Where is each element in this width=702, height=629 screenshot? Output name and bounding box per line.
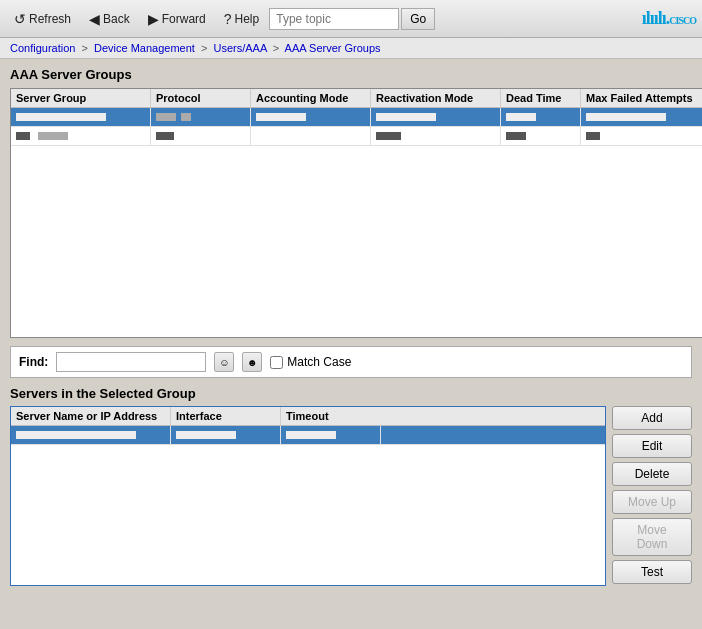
table-row[interactable] xyxy=(11,426,605,445)
cell-server-name xyxy=(11,426,171,444)
find-input[interactable] xyxy=(56,352,206,372)
col-server-name: Server Name or IP Address xyxy=(11,407,171,425)
servers-test-button[interactable]: Test xyxy=(612,560,692,584)
breadcrumb-device-mgmt[interactable]: Device Management xyxy=(94,42,195,54)
breadcrumb-current: AAA Server Groups xyxy=(285,42,381,54)
cell-server-group xyxy=(11,108,151,126)
cell-interface xyxy=(171,426,281,444)
breadcrumb-config[interactable]: Configuration xyxy=(10,42,75,54)
aaa-table-body xyxy=(11,108,702,146)
help-button[interactable]: ? Help xyxy=(216,8,267,30)
forward-icon: ▶ xyxy=(148,11,159,27)
col-interface: Interface xyxy=(171,407,281,425)
find-prev-button[interactable]: ☺ xyxy=(214,352,234,372)
breadcrumb-users-aaa[interactable]: Users/AAA xyxy=(213,42,266,54)
col-max-failed: Max Failed Attempts xyxy=(581,89,702,107)
col-dead-time: Dead Time xyxy=(501,89,581,107)
cell-dead-time xyxy=(501,108,581,126)
match-case-checkbox[interactable] xyxy=(270,356,283,369)
cell-reactivation-mode xyxy=(371,108,501,126)
cell-accounting-mode-2 xyxy=(251,127,371,145)
col-reactivation-mode: Reactivation Mode xyxy=(371,89,501,107)
servers-table-body xyxy=(11,426,605,445)
aaa-table-header: Server Group Protocol Accounting Mode Re… xyxy=(11,89,702,108)
cell-reactivation-mode-2 xyxy=(371,127,501,145)
cisco-logo: ılıılı.CISCO xyxy=(642,8,696,29)
cell-max-failed xyxy=(581,108,702,126)
servers-edit-button[interactable]: Edit xyxy=(612,434,692,458)
servers-delete-button[interactable]: Delete xyxy=(612,462,692,486)
cell-protocol-2 xyxy=(151,127,251,145)
cell-max-failed-2 xyxy=(581,127,702,145)
servers-section-title: Servers in the Selected Group xyxy=(10,386,692,401)
col-timeout: Timeout xyxy=(281,407,381,425)
servers-table-header: Server Name or IP Address Interface Time… xyxy=(11,407,605,426)
aaa-table-panel: Server Group Protocol Accounting Mode Re… xyxy=(10,88,702,338)
refresh-icon: ↺ xyxy=(14,11,26,27)
find-next-button[interactable]: ☻ xyxy=(242,352,262,372)
servers-movedown-button[interactable]: Move Down xyxy=(612,518,692,556)
breadcrumb: Configuration > Device Management > User… xyxy=(0,38,702,59)
back-icon: ◀ xyxy=(89,11,100,27)
cell-protocol xyxy=(151,108,251,126)
match-case-label: Match Case xyxy=(287,355,351,369)
col-accounting-mode: Accounting Mode xyxy=(251,89,371,107)
servers-add-button[interactable]: Add xyxy=(612,406,692,430)
table-row[interactable] xyxy=(11,127,702,146)
servers-panel-row: Server Name or IP Address Interface Time… xyxy=(10,406,692,586)
aaa-panel-row: Server Group Protocol Accounting Mode Re… xyxy=(10,88,692,338)
servers-buttons: Add Edit Delete Move Up Move Down Test xyxy=(612,406,692,586)
refresh-button[interactable]: ↺ Refresh xyxy=(6,8,79,30)
forward-button[interactable]: ▶ Forward xyxy=(140,8,214,30)
servers-table-panel: Server Name or IP Address Interface Time… xyxy=(10,406,606,586)
cell-accounting-mode xyxy=(251,108,371,126)
aaa-section-title: AAA Server Groups xyxy=(10,67,692,82)
col-server-group: Server Group xyxy=(11,89,151,107)
topic-input[interactable] xyxy=(269,8,399,30)
back-button[interactable]: ◀ Back xyxy=(81,8,138,30)
col-protocol: Protocol xyxy=(151,89,251,107)
go-button[interactable]: Go xyxy=(401,8,435,30)
find-bar: Find: ☺ ☻ Match Case xyxy=(10,346,692,378)
cell-dead-time-2 xyxy=(501,127,581,145)
table-row[interactable] xyxy=(11,108,702,127)
servers-moveup-button[interactable]: Move Up xyxy=(612,490,692,514)
toolbar: ↺ Refresh ◀ Back ▶ Forward ? Help Go ılı… xyxy=(0,0,702,38)
cell-server-group-2 xyxy=(11,127,151,145)
cell-timeout-val xyxy=(281,426,381,444)
help-icon: ? xyxy=(224,11,232,27)
find-label: Find: xyxy=(19,355,48,369)
main-content: AAA Server Groups Server Group Protocol … xyxy=(0,59,702,602)
match-case-group: Match Case xyxy=(270,355,351,369)
